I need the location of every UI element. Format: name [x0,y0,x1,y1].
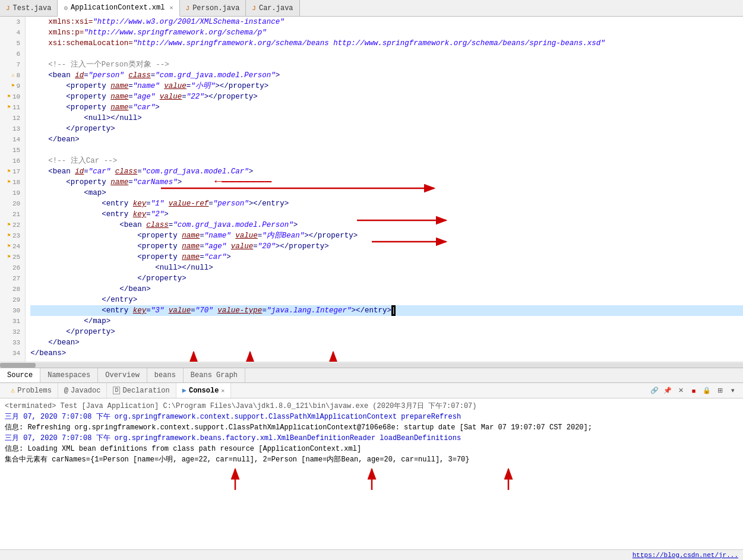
console-link-btn[interactable]: 🔗 [649,385,660,396]
console-icon: ▶ [182,386,186,395]
console-new-btn[interactable]: ⊞ [714,385,725,396]
java-icon-3: J [252,5,256,12]
tab-source[interactable]: Source [0,368,40,382]
editor-scrollbar[interactable] [0,362,743,368]
ln-29: 29 [5,295,20,305]
console-line-5: 集合中元素有 carNames={1=Person [name=小明, age=… [5,454,738,465]
code-line-27: </property> [30,273,743,284]
beans-graph-tab-label: Beans Graph [191,371,238,379]
tab-namespaces[interactable]: Namespaces [40,368,98,382]
console-arrows-row [5,465,738,497]
console-scroll-lock-btn[interactable]: 🔒 [701,385,712,396]
console-stop-btn[interactable]: ■ [688,385,699,396]
ln-13: 13 [5,124,20,134]
console-output[interactable]: <terminated> Test [Java Application] C:\… [0,398,743,549]
ln-30: 30 [5,305,20,316]
code-line-8: <bean id="person" class="com.grd_java.mo… [30,70,743,81]
code-line-18: <property name="carNames"> ←——————— [30,177,743,188]
ln-16: 16 [5,156,20,166]
code-line-24: <property name="age" value="20"></proper… [30,241,743,252]
gutter-9: ⚑ [9,81,15,91]
code-line-20: <entry key="1" value-ref="person"></entr… [30,198,743,209]
ln-24: ⚑24 [5,241,20,252]
code-line-12: <null></null> [30,113,743,124]
declaration-label: Declaration [122,387,169,395]
console-actions: 🔗 📌 ✕ ■ 🔒 ⊞ ▾ [649,385,738,396]
ln-33: 33 [5,337,20,348]
ln-7: 7 [5,59,20,70]
gutter-10: ⚑ [5,91,11,102]
scrollbar-track[interactable] [0,363,743,368]
tab-close-button[interactable]: ✕ [169,4,173,11]
console-close-icon[interactable]: ✕ [221,387,225,394]
code-line-21: <entry key="2"> [30,209,743,220]
editor-area: 3 4 5 6 7 ⚠8 ⚑9 ⚑10 ⚑11 12 13 14 15 16 ⚑… [0,17,743,362]
tab-overview[interactable]: Overview [98,368,147,382]
console-arrows-svg [164,466,580,496]
line-numbers: 3 4 5 6 7 ⚠8 ⚑9 ⚑10 ⚑11 12 13 14 15 16 ⚑… [0,17,26,362]
code-line-28: </bean> [30,284,743,295]
tab-beans-graph[interactable]: Beans Graph [184,368,245,382]
ln-18: ⚑18 [5,177,20,188]
ln-5: 5 [5,38,20,49]
console-terminated-line: <terminated> Test [Java Application] C:\… [5,401,738,412]
code-line-11: <property name="car"> [30,102,743,113]
console-tab-javadoc[interactable]: @ Javadoc [58,383,108,398]
ln-11: ⚑11 [5,102,20,113]
code-line-4: xmlns:p="http://www.springframework.org/… [30,27,743,38]
beans-tab-label: beans [154,371,176,379]
scrollbar-thumb[interactable] [0,363,36,368]
ln-26: 26 [5,262,20,273]
code-line-33: </bean> [30,337,743,348]
gutter-11: ⚑ [5,102,11,113]
code-line-26: <null></null> [30,262,743,273]
ln-9: ⚑9 [5,81,20,91]
ln-15: 15 [5,145,20,156]
code-line-29: </entry> [30,295,743,305]
java-icon-2: J [186,5,190,12]
ln-17: ⚑17 [5,166,20,177]
gutter-22: ⚑ [5,220,11,230]
code-line-23: <property name="name" value="内部Bean"></p… [30,230,743,241]
xml-icon: ⚙ [64,4,68,12]
console-pin-btn[interactable]: 📌 [662,385,673,396]
tab-label-3: Car.java [259,4,293,12]
code-line-25: <property name="car"> [30,252,743,262]
console-line-2: 信息: Refreshing org.springframework.conte… [5,422,738,433]
tab-car-java[interactable]: J Car.java [246,0,299,16]
console-tab-problems[interactable]: ⚠ Problems [5,383,58,398]
code-line-3: xmlns:xsi="http://www.w3.org/2001/XMLSch… [30,17,743,27]
console-tab-console[interactable]: ▶ Console ✕ [176,383,232,398]
console-tab-declaration[interactable]: D Declaration [107,383,176,398]
status-url[interactable]: https://blog.csdn.net/jr... [633,552,738,559]
ln-32: 32 [5,327,20,337]
source-tab-label: Source [7,371,33,379]
ln-27: 27 [5,273,20,284]
console-line-1: 三月 07, 2020 7:07:08 下午 org.springframewo… [5,412,738,422]
console-view-menu-btn[interactable]: ▾ [728,385,738,396]
ln-21: 21 [5,209,20,220]
namespaces-tab-label: Namespaces [48,371,90,379]
ln-20: 20 [5,198,20,209]
console-clear-btn[interactable]: ✕ [675,385,686,396]
decl-icon: D [113,387,120,394]
ln-14: 14 [5,134,20,145]
ln-23: ⚑23 [5,230,20,241]
code-line-32: </property> [30,327,743,337]
tab-label-2: Person.java [192,4,239,12]
code-editor[interactable]: xmlns:xsi="http://www.w3.org/2001/XMLSch… [26,17,743,362]
tab-appcontext-xml[interactable]: ⚙ ApplicationContext.xml ✕ [58,0,179,17]
gutter-18: ⚑ [5,177,11,188]
code-line-7: <!-- 注入一个Person类对象 --> [30,59,743,70]
ln-4: 4 [5,27,20,38]
code-line-30: <entry key="3" value="70" value-type="ja… [30,305,743,316]
tab-test-java[interactable]: J Test.java [0,0,58,16]
tab-person-java[interactable]: J Person.java [180,0,246,16]
ln-10: ⚑10 [5,91,20,102]
console-tabs: ⚠ Problems @ Javadoc D Declaration ▶ Con… [5,383,231,398]
ln-8: ⚠8 [5,70,20,81]
problems-label: Problems [17,387,52,395]
tab-beans[interactable]: beans [147,368,184,382]
console-toolbar: ⚠ Problems @ Javadoc D Declaration ▶ Con… [0,383,743,398]
code-line-10: <property name="age" value="22"></proper… [30,91,743,102]
